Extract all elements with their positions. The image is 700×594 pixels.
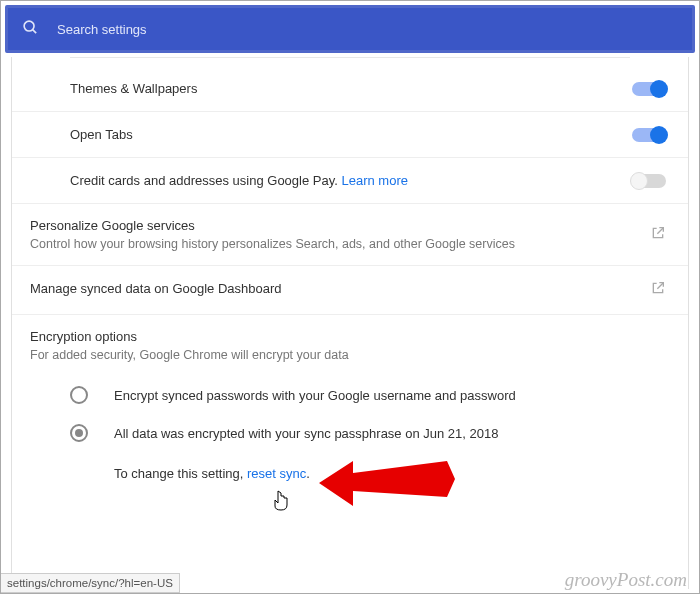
row-label: Themes & Wallpapers — [70, 81, 632, 96]
section-subtitle: For added security, Google Chrome will e… — [30, 348, 666, 362]
status-text: settings/chrome/sync/?hl=en-US — [7, 577, 173, 589]
personalize-services-row[interactable]: Personalize Google services Control how … — [12, 204, 688, 266]
sync-themes-row: Themes & Wallpapers — [12, 66, 688, 112]
search-bar[interactable] — [5, 5, 695, 53]
creditcards-toggle[interactable] — [632, 174, 666, 188]
encrypt-passwords-option[interactable]: Encrypt synced passwords with your Googl… — [12, 376, 688, 414]
section-title: Encryption options — [30, 329, 666, 344]
section-title: Manage synced data on Google Dashboard — [30, 281, 650, 296]
themes-toggle[interactable] — [632, 82, 666, 96]
watermark: groovyPost.com — [565, 569, 687, 591]
row-label: Open Tabs — [70, 127, 632, 142]
section-subtitle: Control how your browsing history person… — [30, 237, 650, 251]
external-link-icon — [650, 225, 666, 245]
external-link-icon — [650, 280, 666, 300]
tabs-toggle[interactable] — [632, 128, 666, 142]
search-input[interactable] — [57, 22, 678, 37]
search-icon — [22, 19, 39, 40]
learn-more-link[interactable]: Learn more — [341, 173, 407, 188]
manage-synced-data-row[interactable]: Manage synced data on Google Dashboard — [12, 266, 688, 315]
radio-selected-icon — [70, 424, 88, 442]
svg-point-0 — [24, 21, 34, 31]
status-bar: settings/chrome/sync/?hl=en-US — [1, 573, 180, 593]
encrypt-passphrase-option[interactable]: All data was encrypted with your sync pa… — [12, 414, 688, 452]
encryption-options-section: Encryption options For added security, G… — [12, 315, 688, 376]
radio-label: Encrypt synced passwords with your Googl… — [114, 388, 516, 403]
sync-creditcards-row: Credit cards and addresses using Google … — [12, 158, 688, 204]
section-title: Personalize Google services — [30, 218, 650, 233]
reset-sync-note: To change this setting, reset sync. — [12, 452, 688, 495]
radio-label: All data was encrypted with your sync pa… — [114, 426, 498, 441]
row-label: Credit cards and addresses using Google … — [70, 173, 632, 188]
radio-unselected-icon — [70, 386, 88, 404]
reset-sync-link[interactable]: reset sync — [247, 466, 306, 481]
svg-line-1 — [33, 29, 37, 33]
sync-tabs-row: Open Tabs — [12, 112, 688, 158]
